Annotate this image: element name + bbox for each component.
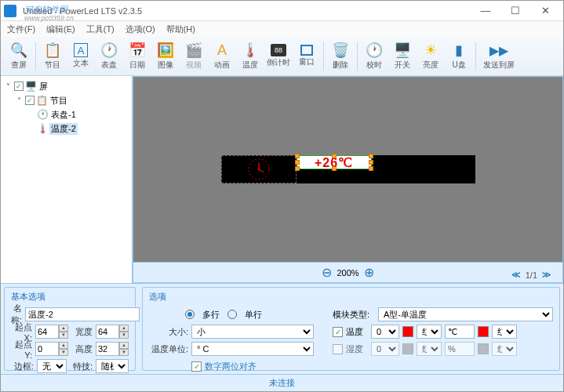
effect-select[interactable]: 随机 bbox=[96, 359, 129, 373]
hum-adj-select[interactable]: 0 bbox=[371, 342, 399, 356]
collapse-icon[interactable]: ˅ bbox=[4, 82, 13, 91]
led-preview[interactable]: +26℃ bbox=[221, 155, 475, 183]
maximize-button[interactable]: ☐ bbox=[500, 2, 530, 20]
multiline-radio[interactable] bbox=[185, 310, 195, 319]
menubar: 文件(F) 编辑(E) 工具(T) 选项(O) 帮助(H) bbox=[1, 21, 563, 37]
page-next-button[interactable]: ≫ bbox=[542, 270, 551, 280]
tool-anim[interactable]: A动画 bbox=[209, 39, 235, 74]
zoom-out-button[interactable]: ⊖ bbox=[322, 265, 332, 280]
tree-program[interactable]: ˅ ✓ 📋 节目 bbox=[2, 93, 130, 107]
singleline-radio[interactable] bbox=[227, 310, 237, 319]
temp-color-swatch bbox=[402, 326, 413, 337]
tool-image[interactable]: 🖼️图像 bbox=[152, 39, 179, 74]
video-icon: 🎬 bbox=[185, 42, 202, 59]
tree-dial[interactable]: 🕐 表盘-1 bbox=[2, 107, 130, 122]
tool-bright[interactable]: ☀亮度 bbox=[417, 39, 444, 74]
dial-segment[interactable] bbox=[221, 155, 297, 183]
tool-timer[interactable]: 88倒计时 bbox=[265, 39, 292, 74]
tool-program[interactable]: 📋节目 bbox=[39, 39, 66, 74]
basic-options-panel: 基本选项 名称: 起点X:▲▼ 宽度▲▼ 起点Y:▲▼ 高度▲▼ 边框:无 特技… bbox=[4, 287, 136, 371]
zoom-level: 200% bbox=[337, 268, 358, 278]
hum-color-select[interactable]: 红 bbox=[417, 342, 442, 356]
tool-switch[interactable]: 🖥️开关 bbox=[389, 39, 416, 74]
size-select[interactable]: 小 bbox=[191, 325, 314, 339]
canvas[interactable]: +26℃ ⊖ 200% ⊕ ≪ 1/1 ≫ bbox=[133, 76, 563, 283]
toolbar: 🔍查屏 📋节目 A文本 🕐表盘 📅日期 🖼️图像 🎬视频 A动画 🌡️温度 88… bbox=[1, 37, 563, 76]
panel-title: 基本选项 bbox=[11, 291, 129, 303]
program-icon: 📋 bbox=[36, 95, 47, 106]
height-input[interactable]: ▲▼ bbox=[96, 342, 129, 356]
close-button[interactable]: ✕ bbox=[530, 2, 560, 20]
dial-icon: 🕐 bbox=[100, 42, 118, 59]
tool-window[interactable]: 窗口 bbox=[293, 39, 320, 74]
app-icon bbox=[4, 5, 16, 17]
tool-delete[interactable]: 🗑️删除 bbox=[327, 39, 354, 74]
program-icon: 📋 bbox=[44, 42, 61, 59]
width-input[interactable]: ▲▼ bbox=[96, 325, 129, 339]
border-select[interactable]: 无 bbox=[37, 359, 67, 373]
menu-option[interactable]: 选项(O) bbox=[126, 24, 155, 35]
page-prev-button[interactable]: ≪ bbox=[511, 270, 521, 280]
y-input[interactable]: ▲▼ bbox=[35, 342, 68, 356]
tool-adjust[interactable]: 🕐校时 bbox=[361, 39, 388, 74]
temp-segment[interactable]: +26℃ bbox=[297, 155, 372, 169]
tool-send[interactable]: ▶▶发送到屏 bbox=[479, 39, 519, 74]
send-icon: ▶▶ bbox=[490, 42, 508, 59]
timer-icon: 88 bbox=[271, 44, 286, 56]
brightness-icon: ☀ bbox=[422, 42, 439, 59]
menu-edit[interactable]: 编辑(E) bbox=[46, 24, 75, 35]
tool-screen[interactable]: 🔍查屏 bbox=[5, 39, 32, 74]
humidity-checkbox[interactable] bbox=[333, 344, 343, 354]
panel-title: 选项 bbox=[149, 291, 553, 303]
status-bar: 未连接 bbox=[1, 374, 563, 391]
tool-video[interactable]: 🎬视频 bbox=[180, 39, 207, 74]
tool-date[interactable]: 📅日期 bbox=[124, 39, 151, 74]
monitor-icon: 🖥️ bbox=[394, 42, 411, 59]
tool-text[interactable]: A文本 bbox=[67, 39, 94, 74]
digit-checkbox[interactable]: ✓ bbox=[191, 361, 202, 372]
unit-select[interactable]: ° C bbox=[191, 342, 314, 356]
clock-icon: 🕐 bbox=[366, 42, 383, 59]
tree-root[interactable]: ˅ ✓ 🖥️ 屏 bbox=[2, 79, 130, 93]
screen-icon: 🖥️ bbox=[25, 81, 36, 92]
name-input[interactable] bbox=[25, 307, 140, 321]
image-icon: 🖼️ bbox=[157, 42, 174, 59]
temp-unit-input[interactable] bbox=[445, 325, 475, 339]
collapse-icon[interactable]: ˅ bbox=[15, 96, 24, 105]
usb-icon: ▮ bbox=[450, 42, 468, 59]
hum-unit-color-swatch bbox=[478, 343, 489, 354]
checkbox[interactable]: ✓ bbox=[25, 96, 35, 105]
window-icon bbox=[300, 45, 313, 56]
hum-unit-color-select[interactable]: 红 bbox=[492, 342, 517, 356]
zoom-in-button[interactable]: ⊕ bbox=[364, 265, 374, 280]
text-icon: A bbox=[74, 43, 88, 57]
anim-icon: A bbox=[213, 42, 231, 59]
temp-color-select[interactable]: 红 bbox=[417, 325, 442, 339]
menu-help[interactable]: 帮助(H) bbox=[166, 24, 195, 35]
svg-point-3 bbox=[257, 169, 260, 171]
temp-unit-color-select[interactable]: 红 bbox=[492, 325, 517, 339]
minimize-button[interactable]: — bbox=[471, 2, 500, 20]
temp-unit-color-swatch bbox=[478, 326, 489, 337]
tool-dial[interactable]: 🕐表盘 bbox=[96, 39, 122, 74]
tool-udisk[interactable]: ▮U盘 bbox=[446, 39, 472, 74]
tree-temp[interactable]: 🌡️ 温度-2 bbox=[2, 122, 130, 136]
page-indicator: 1/1 bbox=[526, 270, 537, 280]
analog-clock-icon bbox=[247, 158, 271, 181]
tool-temp[interactable]: 🌡️温度 bbox=[237, 39, 264, 74]
tree-panel: ˅ ✓ 🖥️ 屏 ˅ ✓ 📋 节目 🕐 表盘-1 🌡️ 温度-2 bbox=[1, 76, 133, 283]
calendar-icon: 📅 bbox=[129, 42, 146, 59]
hum-color-swatch bbox=[402, 343, 413, 354]
options-panel: 选项 多行 单行 大小:小 温度单位:° C ✓数字两位对齐 模块类型:A型-单… bbox=[142, 287, 560, 371]
menu-file[interactable]: 文件(F) bbox=[7, 24, 35, 35]
dial-icon: 🕐 bbox=[37, 109, 48, 120]
module-select[interactable]: A型-单温度 bbox=[378, 307, 553, 321]
menu-tool[interactable]: 工具(T) bbox=[86, 24, 115, 35]
thermometer-icon: 🌡️ bbox=[37, 123, 48, 134]
temp-checkbox[interactable]: ✓ bbox=[333, 327, 343, 337]
checkbox[interactable]: ✓ bbox=[14, 82, 24, 91]
hum-unit-input[interactable] bbox=[445, 342, 475, 356]
temp-adj-select[interactable]: 0 bbox=[371, 325, 399, 339]
trash-icon: 🗑️ bbox=[332, 42, 349, 59]
x-input[interactable]: ▲▼ bbox=[35, 325, 68, 339]
